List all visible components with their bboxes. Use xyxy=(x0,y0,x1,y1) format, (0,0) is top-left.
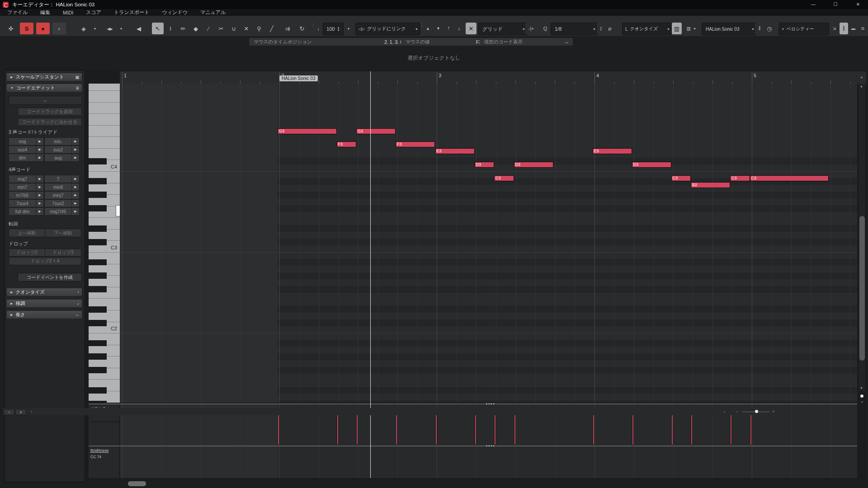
acoustic-feedback-button[interactable]: ◗ xyxy=(52,23,66,34)
tetrad-maj75[interactable]: maj7/#5▶ xyxy=(44,207,80,216)
step-input-button[interactable]: ◈ xyxy=(77,23,90,34)
zoom-tool[interactable]: ⚲ xyxy=(253,23,265,34)
hzoom-slider[interactable] xyxy=(755,410,758,413)
velocity-bar[interactable] xyxy=(671,414,673,445)
piano-edit-mode-button[interactable]: ▥ xyxy=(672,23,682,34)
chord-audition-arrow[interactable]: ▶ xyxy=(71,146,79,153)
move-up-inversion-button[interactable]: 上へ移動 xyxy=(9,229,45,237)
midi-note-f3[interactable]: F3 xyxy=(337,141,357,147)
chord-audition-arrow[interactable]: ▶ xyxy=(36,138,43,145)
vertical-scrollbar-thumb[interactable] xyxy=(859,216,865,361)
scroll-left-arrow[interactable]: ‹ xyxy=(31,409,32,414)
chord-audition-arrow[interactable]: ▶ xyxy=(36,154,43,161)
triad-sus4[interactable]: sus4▶ xyxy=(9,145,44,154)
iterative-quantize-button[interactable]: ⁒ xyxy=(597,23,605,34)
triad-min[interactable]: min.▶ xyxy=(44,137,80,145)
midi-note-b2[interactable]: B2 xyxy=(691,182,730,188)
drop-2-button[interactable]: ドロップ2 xyxy=(9,249,45,257)
minimize-button[interactable]: — xyxy=(803,0,823,9)
chord-audition-arrow[interactable]: ▶ xyxy=(36,200,43,207)
triad-dim[interactable]: dim▶ xyxy=(9,154,44,162)
scroll-right-arrow[interactable]: › xyxy=(724,409,725,414)
velocity-bar[interactable] xyxy=(494,414,496,445)
triad-maj[interactable]: maj▶ xyxy=(9,137,44,145)
velocity-bar[interactable] xyxy=(435,414,437,445)
menu-file[interactable]: ファイル xyxy=(7,9,28,16)
velocity-bar[interactable] xyxy=(730,414,732,445)
move-down-button[interactable]: ▼ xyxy=(434,23,443,34)
chord-audition-arrow[interactable]: ▶ xyxy=(36,175,43,183)
maximize-button[interactable]: ☐ xyxy=(826,0,845,9)
move-up-button[interactable]: ▲ xyxy=(423,23,433,34)
black-key[interactable] xyxy=(89,205,107,211)
tetrad-7sus4[interactable]: 7sus4▶ xyxy=(9,199,44,207)
midi-note-e3[interactable]: E3 xyxy=(435,148,475,154)
link-grid-dropdown[interactable]: ◁▷グリッドにリンク▼ xyxy=(355,23,420,35)
menu-window[interactable]: ウィンドウ xyxy=(162,9,188,16)
section-chord-edit[interactable]: ▼コードエディット≣ xyxy=(7,84,82,92)
triad-sus2[interactable]: sus2▶ xyxy=(44,145,80,154)
velocity-bar[interactable] xyxy=(337,414,339,445)
velocity-bar[interactable] xyxy=(632,414,634,445)
velocity-bar[interactable] xyxy=(396,414,397,445)
midi-note-d3[interactable]: D3 xyxy=(632,162,671,168)
menu-score[interactable]: スコア xyxy=(86,9,101,16)
black-key[interactable] xyxy=(89,239,107,245)
black-key[interactable] xyxy=(89,367,107,373)
chord-audition-arrow[interactable]: ▶ xyxy=(71,183,79,191)
add-chord-track-button[interactable]: コードトラックを追加 xyxy=(18,108,82,116)
draw-tool[interactable]: ✏ xyxy=(177,23,189,34)
midi-input-dropdown[interactable]: ▼ xyxy=(117,23,126,34)
object-selection-tool[interactable]: ↖ xyxy=(152,23,164,34)
velocity-bar[interactable] xyxy=(475,414,476,445)
midi-note-g3[interactable]: G3 xyxy=(356,128,396,134)
cc-lane[interactable] xyxy=(120,446,857,478)
move-down-inversion-button[interactable]: 下へ移動 xyxy=(45,229,81,237)
show-lanes-button[interactable]: ▬ xyxy=(849,23,858,34)
triad-aug[interactable]: aug▶ xyxy=(44,154,80,162)
black-key[interactable] xyxy=(89,178,107,184)
open-in-lower-zone-button[interactable]: ⇲ xyxy=(830,23,839,34)
record-in-editor-button[interactable]: ● xyxy=(36,23,50,34)
midi-note-e3[interactable]: E3 xyxy=(593,148,632,154)
black-key[interactable] xyxy=(89,272,107,279)
snap-button[interactable]: ✕ xyxy=(466,23,476,34)
chord-display-field[interactable]: -- xyxy=(9,96,82,105)
chord-audition-arrow[interactable]: ▶ xyxy=(36,208,43,215)
section-length[interactable]: ▶長さ⇔ xyxy=(7,311,82,319)
tetrad-fulldim[interactable]: full dim▶ xyxy=(9,207,44,216)
piano-keyboard[interactable]: C4C3C2C1 xyxy=(89,84,120,403)
mute-tool[interactable]: ✕ xyxy=(241,23,252,34)
current-chord[interactable]: 現在のコード表示-- xyxy=(480,38,573,46)
chord-audition-arrow[interactable]: ▶ xyxy=(71,192,79,199)
chord-audition-arrow[interactable]: ▶ xyxy=(71,138,79,145)
insert-velocity-stepper[interactable]: ▲ ▼ xyxy=(337,26,340,32)
open-quantize-panel-button[interactable]: e xyxy=(606,23,614,34)
line-tool[interactable]: ╱ xyxy=(266,23,278,34)
insert-velocity-dropdown[interactable]: ▼ xyxy=(344,23,353,34)
midi-note-f3[interactable]: F3 xyxy=(396,141,435,147)
black-key[interactable] xyxy=(89,286,107,292)
edit-mode-dropdown[interactable]: ≣▼ xyxy=(684,23,699,34)
scroll-down-arrow[interactable]: ▼ xyxy=(860,386,863,389)
midi-note-d3[interactable]: D3 xyxy=(514,162,553,168)
tetrad-min7[interactable]: min7▶ xyxy=(9,183,44,191)
midi-input-button[interactable]: ◂▸ xyxy=(103,23,117,34)
cc-lane-divider[interactable] xyxy=(89,446,857,446)
black-key[interactable] xyxy=(89,306,107,313)
autoscroll-button[interactable]: ⇉ xyxy=(281,23,294,34)
divider-grip[interactable]: •••• xyxy=(486,446,496,447)
close-button[interactable]: ✕ xyxy=(848,0,868,9)
show-part-borders-icon[interactable]: ⫼ xyxy=(755,23,764,34)
match-chord-track-button[interactable]: コードトラックに合わせる xyxy=(18,118,82,126)
loop-button[interactable]: ↻ xyxy=(296,23,308,34)
create-chord-event-button[interactable]: コードイベントを作成 xyxy=(18,273,82,282)
pin-button[interactable]: ✜ xyxy=(5,23,17,34)
tetrad-m7b5[interactable]: m7/b5▶ xyxy=(9,191,44,199)
black-key[interactable] xyxy=(89,340,107,347)
show-left-zone-button[interactable]: ▕▏ xyxy=(840,23,848,34)
mouse-value[interactable]: マウスの値F3 xyxy=(401,38,486,46)
vertical-zoom-slider[interactable] xyxy=(860,394,863,398)
tetrad-7sus2[interactable]: 7sus2▶ xyxy=(44,199,80,207)
hzoom-minus[interactable]: − xyxy=(736,409,738,414)
